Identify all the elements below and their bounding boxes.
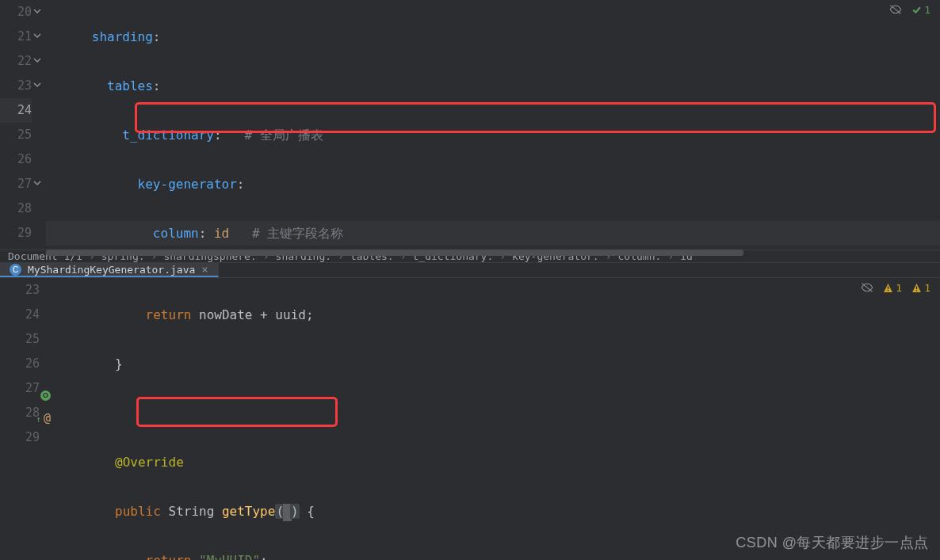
- bottom-gutter: 23 24 25 26 27 O↑@ 28 29: [0, 278, 54, 560]
- java-code-body[interactable]: return nowDate + uuid; } @Override publi…: [54, 278, 940, 560]
- close-icon[interactable]: ×: [201, 263, 208, 276]
- problems-ok-icon[interactable]: 1: [911, 4, 930, 16]
- readonly-icon[interactable]: [889, 3, 902, 16]
- top-gutter: 20 21 22 23 24 25 26 27 28 29: [0, 0, 46, 248]
- readonly-icon[interactable]: [861, 281, 873, 294]
- fold-icon[interactable]: [33, 81, 43, 90]
- bottom-editor-status: 1 1: [861, 281, 930, 294]
- warning-icon[interactable]: 1: [911, 282, 930, 294]
- fold-icon[interactable]: [33, 7, 43, 17]
- svg-rect-2: [916, 286, 917, 289]
- class-file-icon: C: [10, 264, 21, 276]
- warning-icon[interactable]: 1: [883, 282, 902, 294]
- fold-icon[interactable]: [33, 179, 43, 189]
- file-tab-label: MyShardingKeyGenerator.java: [28, 264, 195, 276]
- fold-icon[interactable]: [33, 32, 43, 41]
- yaml-code-body[interactable]: sharding: tables: t_dictionary: # 全局广播表 …: [46, 0, 940, 248]
- top-editor-status: 1: [889, 3, 930, 16]
- svg-rect-1: [888, 289, 888, 290]
- svg-rect-3: [916, 289, 917, 290]
- editor-tabs: C MyShardingKeyGenerator.java ×: [0, 263, 940, 278]
- file-tab[interactable]: C MyShardingKeyGenerator.java ×: [0, 263, 219, 277]
- watermark: CSDN @每天都要进步一点点: [736, 533, 929, 552]
- fold-icon[interactable]: [33, 56, 43, 66]
- svg-rect-0: [888, 286, 888, 289]
